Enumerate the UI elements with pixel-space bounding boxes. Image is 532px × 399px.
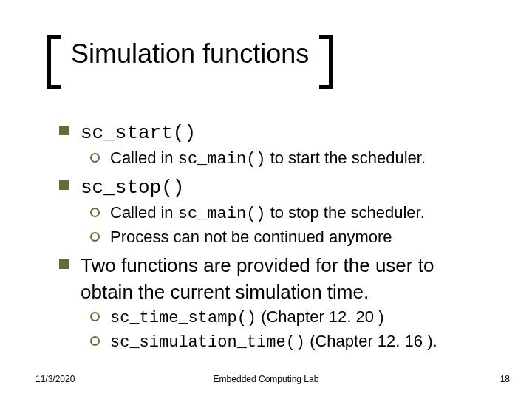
square-bullet-icon: [59, 126, 69, 135]
bullet-text: Called in sc_main() to start the schedul…: [110, 148, 426, 171]
slide-title: Simulation functions: [71, 40, 309, 68]
bullet-text: Process can not be continued anymore: [110, 227, 392, 250]
code-text: sc_time_stamp(): [110, 309, 256, 327]
slide: Simulation functions sc_start() Called i…: [0, 0, 532, 399]
circle-bullet-icon: [90, 336, 100, 346]
bullet-level2: sc_time_stamp() (Chapter 12. 20 ): [90, 307, 488, 330]
bullet-level2: sc_simulation_time() (Chapter 12. 16 ).: [90, 331, 488, 354]
plain-text: Two functions are provided for the user …: [81, 254, 434, 303]
plain-text: (Chapter 12. 20 ): [256, 307, 383, 326]
code-text: sc_main(): [178, 205, 266, 223]
bullet-level2: Called in sc_main() to start the schedul…: [90, 148, 488, 171]
code-text: sc_main(): [178, 150, 266, 168]
circle-bullet-icon: [90, 153, 100, 163]
plain-text: (Chapter 12. 16 ).: [305, 332, 437, 350]
bracket-left-icon: [47, 35, 61, 89]
title-wrap: Simulation functions: [47, 35, 488, 93]
bullet-level2: Process can not be continued anymore: [90, 227, 488, 250]
code-text: sc_stop(): [81, 177, 184, 199]
square-bullet-icon: [59, 180, 69, 190]
plain-text: Called in: [110, 203, 178, 222]
bullet-text: Two functions are provided for the user …: [81, 253, 488, 305]
plain-text: to stop the scheduler.: [266, 203, 425, 222]
code-text: sc_simulation_time(): [110, 333, 305, 352]
bullet-text: Called in sc_main() to stop the schedule…: [110, 202, 425, 225]
circle-bullet-icon: [90, 232, 100, 242]
footer-page-number: 18: [500, 374, 510, 384]
circle-bullet-icon: [90, 208, 100, 217]
circle-bullet-icon: [90, 312, 100, 321]
plain-text: Called in: [110, 149, 178, 167]
bullet-level1: sc_start(): [59, 120, 488, 146]
code-text: sc_start(): [81, 122, 196, 144]
bullet-text: sc_start(): [81, 120, 196, 146]
bullet-level1: Two functions are provided for the user …: [59, 253, 488, 305]
footer-center: Embedded Computing Lab: [0, 374, 532, 384]
square-bullet-icon: [59, 259, 69, 269]
bullet-level2: Called in sc_main() to stop the schedule…: [90, 202, 488, 225]
bullet-text: sc_time_stamp() (Chapter 12. 20 ): [110, 307, 383, 330]
bullet-text: sc_stop(): [81, 174, 184, 201]
bullet-text: sc_simulation_time() (Chapter 12. 16 ).: [110, 331, 437, 354]
plain-text: to start the scheduler.: [266, 149, 426, 167]
bracket-right-icon: [319, 35, 332, 89]
plain-text: Process can not be continued anymore: [110, 228, 392, 246]
bullet-level1: sc_stop(): [59, 174, 488, 201]
slide-body: sc_start() Called in sc_main() to start …: [59, 115, 488, 353]
